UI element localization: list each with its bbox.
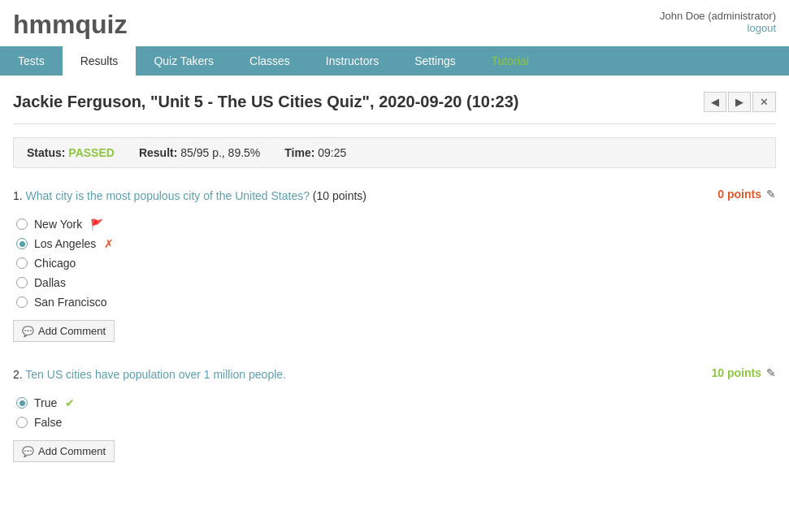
answer-text-q1-3: Chicago <box>34 257 76 270</box>
correct-check-icon: ✔ <box>65 396 75 409</box>
result-section: Result: 85/95 p., 89.5% <box>139 146 260 159</box>
question-1-body: What city is the most populous city of t… <box>26 189 366 202</box>
status-label: Status: <box>27 146 65 159</box>
radio-q1-5 <box>16 296 28 308</box>
answer-q2-2: False <box>16 413 776 432</box>
add-comment-q2-label: Add Comment <box>38 445 106 457</box>
logo-hmm: hmm <box>13 10 75 39</box>
logo: hmmquiz <box>13 10 127 40</box>
nav-instructors[interactable]: Instructors <box>308 46 397 76</box>
question-1: 1. What city is the most populous city o… <box>13 188 776 342</box>
add-comment-q2-button[interactable]: 💬 Add Comment <box>13 440 115 462</box>
user-info: John Doe (administrator) logout <box>660 10 776 34</box>
page-title-bar: Jackie Ferguson, "Unit 5 - The US Cities… <box>13 92 776 124</box>
question-2-header: 2. Ten US cities have population over 1 … <box>13 366 776 383</box>
question-2-body: Ten US cities have population over 1 mil… <box>25 368 286 381</box>
time-section: Time: 09:25 <box>284 146 346 159</box>
nav-tests[interactable]: Tests <box>0 46 63 76</box>
status-bar: Status: PASSED Result: 85/95 p., 89.5% T… <box>13 137 776 168</box>
nav-settings[interactable]: Settings <box>397 46 474 76</box>
close-button[interactable]: ✕ <box>752 92 776 112</box>
status-value: PASSED <box>68 146 115 159</box>
content-area: Jackie Ferguson, "Unit 5 - The US Cities… <box>0 76 789 503</box>
time-value: 09:25 <box>318 146 346 159</box>
radio-inner-q1-2 <box>20 241 25 247</box>
add-comment-q1-button[interactable]: 💬 Add Comment <box>13 320 115 342</box>
answer-q2-1: True ✔ <box>16 393 776 413</box>
record-nav-buttons: ◀ ▶ ✕ <box>704 92 776 112</box>
answer-text-q1-1: New York <box>34 218 82 231</box>
answer-text-q1-2: Los Angeles <box>34 237 96 250</box>
answer-q1-5: San Francisco <box>16 292 776 312</box>
answer-q1-4: Dallas <box>16 273 776 292</box>
question-2-points-area: 10 points ✎ <box>712 366 776 379</box>
result-label: Result: <box>139 146 177 159</box>
answer-q1-2: Los Angeles ✗ <box>16 234 776 253</box>
result-value: 85/95 p., 89.5% <box>180 146 260 159</box>
question-1-points-area: 0 points ✎ <box>717 188 776 201</box>
correct-flag-icon: 🚩 <box>90 218 103 231</box>
question-2-edit-button[interactable]: ✎ <box>766 366 776 379</box>
radio-q1-1 <box>16 218 28 230</box>
comment-icon-q2: 💬 <box>22 446 34 457</box>
nav-quiz-takers[interactable]: Quiz Takers <box>136 46 232 76</box>
radio-q2-1 <box>16 397 28 409</box>
logout-link[interactable]: logout <box>660 22 776 34</box>
nav-tutorial[interactable]: Tutorial <box>474 46 547 76</box>
main-nav: Tests Results Quiz Takers Classes Instru… <box>0 46 789 76</box>
answer-text-q1-5: San Francisco <box>34 296 106 309</box>
question-2-points: 10 points <box>712 366 761 379</box>
radio-inner-q2-1 <box>20 400 25 406</box>
radio-q1-3 <box>16 257 28 269</box>
answer-q1-3: Chicago <box>16 253 776 273</box>
logo-quiz: quiz <box>75 10 127 39</box>
status-section: Status: PASSED <box>27 146 115 159</box>
answer-text-q1-4: Dallas <box>34 276 66 289</box>
nav-results[interactable]: Results <box>63 46 137 76</box>
nav-classes[interactable]: Classes <box>232 46 308 76</box>
radio-q1-4 <box>16 277 28 288</box>
question-2: 2. Ten US cities have population over 1 … <box>13 366 776 462</box>
time-label: Time: <box>284 146 314 159</box>
question-1-text: 1. What city is the most populous city o… <box>13 188 366 205</box>
comment-icon-q1: 💬 <box>22 326 34 337</box>
question-1-edit-button[interactable]: ✎ <box>766 188 776 201</box>
question-2-number: 2. <box>13 368 25 381</box>
prev-record-button[interactable]: ◀ <box>704 92 726 112</box>
question-1-points: 0 points <box>717 188 761 201</box>
answer-q1-1: New York 🚩 <box>16 214 776 234</box>
add-comment-q1-label: Add Comment <box>38 325 106 337</box>
answer-text-q2-2: False <box>34 416 62 429</box>
radio-q1-2 <box>16 238 28 249</box>
question-1-header: 1. What city is the most populous city o… <box>13 188 776 205</box>
next-record-button[interactable]: ▶ <box>728 92 751 112</box>
question-2-text: 2. Ten US cities have population over 1 … <box>13 366 286 383</box>
question-1-number: 1. <box>13 189 26 202</box>
wrong-mark-icon: ✗ <box>104 237 114 250</box>
user-name: John Doe (administrator) <box>660 10 776 22</box>
radio-q2-2 <box>16 417 28 428</box>
page-title: Jackie Ferguson, "Unit 5 - The US Cities… <box>13 93 519 111</box>
header: hmmquiz John Doe (administrator) logout <box>0 0 789 46</box>
answer-text-q2-1: True <box>34 396 57 409</box>
